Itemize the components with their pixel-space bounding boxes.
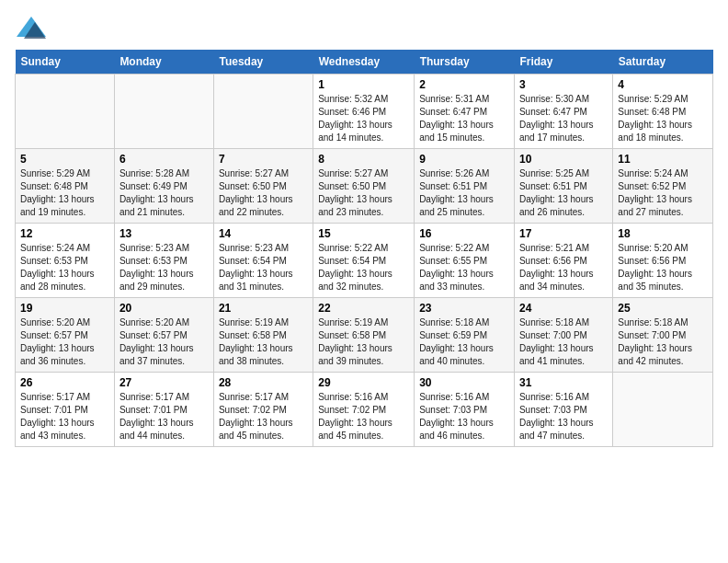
day-number: 5 [20,153,109,166]
day-number: 14 [219,227,308,240]
day-info: Sunrise: 5:29 AM Sunset: 6:48 PM Dayligh… [20,167,109,219]
col-sunday: Sunday [16,50,115,75]
day-number: 2 [419,78,509,91]
day-number: 7 [219,153,308,166]
table-row: 12Sunrise: 5:24 AM Sunset: 6:53 PM Dayli… [16,224,115,298]
table-row: 11Sunrise: 5:24 AM Sunset: 6:52 PM Dayli… [613,149,713,224]
day-info: Sunrise: 5:18 AM Sunset: 7:00 PM Dayligh… [618,316,708,368]
table-row: 1Sunrise: 5:32 AM Sunset: 6:46 PM Daylig… [313,75,415,149]
table-row: 8Sunrise: 5:27 AM Sunset: 6:50 PM Daylig… [313,149,415,224]
table-row: 19Sunrise: 5:20 AM Sunset: 6:57 PM Dayli… [16,298,115,373]
day-number: 18 [618,227,708,240]
day-info: Sunrise: 5:23 AM Sunset: 6:53 PM Dayligh… [119,242,209,293]
day-info: Sunrise: 5:22 AM Sunset: 6:54 PM Dayligh… [318,242,409,293]
day-info: Sunrise: 5:20 AM Sunset: 6:57 PM Dayligh… [20,316,109,368]
day-number: 17 [519,227,608,240]
col-thursday: Thursday [415,50,515,75]
day-number: 11 [618,153,708,166]
day-info: Sunrise: 5:17 AM Sunset: 7:01 PM Dayligh… [119,391,209,442]
calendar-table: Sunday Monday Tuesday Wednesday Thursday… [15,50,713,447]
day-info: Sunrise: 5:19 AM Sunset: 6:58 PM Dayligh… [219,316,308,368]
day-number: 16 [419,227,509,240]
day-number: 27 [119,376,209,389]
day-number: 19 [20,302,109,315]
day-number: 15 [318,227,409,240]
day-number: 23 [419,302,509,315]
table-row: 30Sunrise: 5:16 AM Sunset: 7:03 PM Dayli… [415,373,515,447]
day-number: 24 [519,302,608,315]
day-number: 20 [119,302,209,315]
table-row: 18Sunrise: 5:20 AM Sunset: 6:56 PM Dayli… [613,224,713,298]
day-info: Sunrise: 5:18 AM Sunset: 6:59 PM Dayligh… [419,316,509,368]
day-number: 22 [318,302,409,315]
table-row: 6Sunrise: 5:28 AM Sunset: 6:49 PM Daylig… [114,149,213,224]
day-number: 21 [219,302,308,315]
day-info: Sunrise: 5:20 AM Sunset: 6:57 PM Dayligh… [119,316,209,368]
table-row: 14Sunrise: 5:23 AM Sunset: 6:54 PM Dayli… [213,224,313,298]
day-number: 8 [318,153,409,166]
day-info: Sunrise: 5:17 AM Sunset: 7:02 PM Dayligh… [219,391,308,442]
calendar-header-row: Sunday Monday Tuesday Wednesday Thursday… [16,50,713,75]
logo-icon [15,15,48,40]
day-number: 1 [318,78,409,91]
table-row [213,75,313,149]
day-info: Sunrise: 5:32 AM Sunset: 6:46 PM Dayligh… [318,93,409,144]
day-number: 9 [419,153,509,166]
table-row: 27Sunrise: 5:17 AM Sunset: 7:01 PM Dayli… [114,373,213,447]
calendar-week-row: 5Sunrise: 5:29 AM Sunset: 6:48 PM Daylig… [16,149,713,224]
col-saturday: Saturday [613,50,713,75]
table-row: 17Sunrise: 5:21 AM Sunset: 6:56 PM Dayli… [514,224,612,298]
col-tuesday: Tuesday [213,50,313,75]
day-info: Sunrise: 5:16 AM Sunset: 7:03 PM Dayligh… [519,391,608,442]
calendar-week-row: 1Sunrise: 5:32 AM Sunset: 6:46 PM Daylig… [16,75,713,149]
table-row: 16Sunrise: 5:22 AM Sunset: 6:55 PM Dayli… [415,224,515,298]
day-number: 3 [519,78,608,91]
day-number: 29 [318,376,409,389]
logo [15,15,51,40]
table-row: 13Sunrise: 5:23 AM Sunset: 6:53 PM Dayli… [114,224,213,298]
table-row: 22Sunrise: 5:19 AM Sunset: 6:58 PM Dayli… [313,298,415,373]
day-info: Sunrise: 5:26 AM Sunset: 6:51 PM Dayligh… [419,167,509,219]
day-number: 25 [618,302,708,315]
table-row [16,75,115,149]
table-row: 23Sunrise: 5:18 AM Sunset: 6:59 PM Dayli… [415,298,515,373]
table-row [114,75,213,149]
day-number: 26 [20,376,109,389]
day-info: Sunrise: 5:22 AM Sunset: 6:55 PM Dayligh… [419,242,509,293]
day-number: 12 [20,227,109,240]
calendar-week-row: 26Sunrise: 5:17 AM Sunset: 7:01 PM Dayli… [16,373,713,447]
table-row: 4Sunrise: 5:29 AM Sunset: 6:48 PM Daylig… [613,75,713,149]
day-info: Sunrise: 5:16 AM Sunset: 7:03 PM Dayligh… [419,391,509,442]
calendar-week-row: 12Sunrise: 5:24 AM Sunset: 6:53 PM Dayli… [16,224,713,298]
table-row: 3Sunrise: 5:30 AM Sunset: 6:47 PM Daylig… [514,75,612,149]
table-row: 2Sunrise: 5:31 AM Sunset: 6:47 PM Daylig… [415,75,515,149]
col-monday: Monday [114,50,213,75]
day-info: Sunrise: 5:30 AM Sunset: 6:47 PM Dayligh… [519,93,608,144]
day-number: 13 [119,227,209,240]
table-row: 9Sunrise: 5:26 AM Sunset: 6:51 PM Daylig… [415,149,515,224]
day-info: Sunrise: 5:24 AM Sunset: 6:52 PM Dayligh… [618,167,708,219]
day-info: Sunrise: 5:27 AM Sunset: 6:50 PM Dayligh… [318,167,409,219]
day-info: Sunrise: 5:21 AM Sunset: 6:56 PM Dayligh… [519,242,608,293]
col-wednesday: Wednesday [313,50,415,75]
table-row: 10Sunrise: 5:25 AM Sunset: 6:51 PM Dayli… [514,149,612,224]
calendar-week-row: 19Sunrise: 5:20 AM Sunset: 6:57 PM Dayli… [16,298,713,373]
day-number: 28 [219,376,308,389]
table-row: 7Sunrise: 5:27 AM Sunset: 6:50 PM Daylig… [213,149,313,224]
day-info: Sunrise: 5:28 AM Sunset: 6:49 PM Dayligh… [119,167,209,219]
day-info: Sunrise: 5:27 AM Sunset: 6:50 PM Dayligh… [219,167,308,219]
table-row: 5Sunrise: 5:29 AM Sunset: 6:48 PM Daylig… [16,149,115,224]
table-row: 21Sunrise: 5:19 AM Sunset: 6:58 PM Dayli… [213,298,313,373]
table-row: 28Sunrise: 5:17 AM Sunset: 7:02 PM Dayli… [213,373,313,447]
day-number: 30 [419,376,509,389]
day-info: Sunrise: 5:16 AM Sunset: 7:02 PM Dayligh… [318,391,409,442]
table-row: 25Sunrise: 5:18 AM Sunset: 7:00 PM Dayli… [613,298,713,373]
day-info: Sunrise: 5:25 AM Sunset: 6:51 PM Dayligh… [519,167,608,219]
day-info: Sunrise: 5:20 AM Sunset: 6:56 PM Dayligh… [618,242,708,293]
table-row: 20Sunrise: 5:20 AM Sunset: 6:57 PM Dayli… [114,298,213,373]
day-info: Sunrise: 5:29 AM Sunset: 6:48 PM Dayligh… [618,93,708,144]
table-row: 15Sunrise: 5:22 AM Sunset: 6:54 PM Dayli… [313,224,415,298]
table-row: 29Sunrise: 5:16 AM Sunset: 7:02 PM Dayli… [313,373,415,447]
table-row: 24Sunrise: 5:18 AM Sunset: 7:00 PM Dayli… [514,298,612,373]
day-number: 10 [519,153,608,166]
